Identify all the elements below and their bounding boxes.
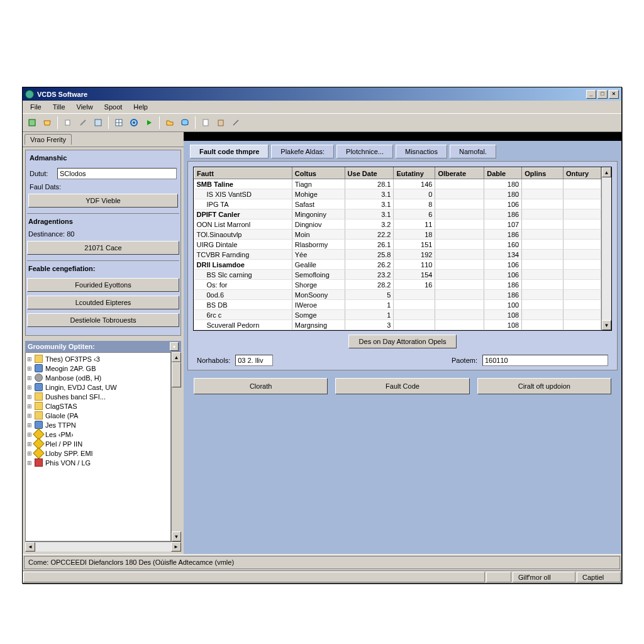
tree-item-icon (35, 355, 43, 363)
main-tab[interactable]: Namofal. (450, 145, 496, 158)
tb-doc-icon[interactable] (199, 116, 213, 130)
table-row[interactable]: SMB TalineTiagn28.1146180 (194, 179, 601, 189)
table-row[interactable]: Os: forShorge28.216186 (194, 280, 601, 290)
scroll-down-icon[interactable]: ▼ (172, 531, 181, 541)
column-header[interactable]: Coltus (292, 168, 345, 179)
tb-new-icon[interactable] (25, 116, 39, 130)
paotem-input[interactable] (482, 355, 608, 366)
column-header[interactable]: Oplins (522, 168, 564, 179)
table-row[interactable]: 0od.6MonSoony5186 (194, 290, 601, 300)
des-attoration-button[interactable]: Des on Day Attoration Opels (348, 335, 457, 348)
minimize-button[interactable]: _ (586, 90, 596, 99)
cace-button[interactable]: 21071 Cace (27, 241, 179, 255)
tree-item-icon (35, 392, 43, 401)
tb-wand-icon[interactable] (76, 116, 90, 130)
table-row[interactable]: IS XIS VantSDMohige3.10180 (194, 189, 601, 199)
table-row[interactable]: BS Slc carningSemofloing23.2154106 (194, 270, 601, 280)
lcoutded-button[interactable]: Lcoutded Eipteres (27, 296, 179, 309)
norhabols-input[interactable] (235, 355, 273, 366)
menu-file[interactable]: File (25, 102, 47, 112)
column-header[interactable]: Use Date (345, 168, 394, 179)
main-tab[interactable]: Plotchnice... (336, 145, 393, 158)
tree-item[interactable]: Plel / PP IIN (27, 439, 169, 448)
destielole-button[interactable]: Destielole Tobrouests (27, 313, 179, 327)
ciralt-button[interactable]: Ciralt oft updoion (477, 378, 611, 394)
scroll-right-icon[interactable]: ► (171, 542, 181, 552)
table-row[interactable]: OON List MarronlDingniov3.211107 (194, 219, 601, 230)
tree-item-label: ClagSTAS (45, 402, 77, 410)
tree-item[interactable]: Les ‹PM› (27, 430, 169, 439)
tree-item-label: Glaole (PA (45, 412, 78, 419)
main-tab[interactable]: Misnactios (396, 145, 447, 158)
column-header[interactable]: Olberate (435, 168, 484, 179)
table-row[interactable]: TOl.SinaoutvlpMoin22.218186 (194, 230, 601, 240)
status-cell-2: Captiel (577, 572, 621, 582)
table-row[interactable]: Scuverall PedornMargnsing3108 (194, 320, 601, 330)
table-row[interactable]: DRll LisamdoeGealile26.2110106 (194, 260, 601, 270)
table-cell (394, 320, 435, 330)
tb-grid-icon[interactable] (112, 116, 126, 130)
table-cell: 106 (484, 199, 522, 209)
table-cell: BS Slc carning (194, 270, 292, 280)
main-tab[interactable]: Plakefe Aldas: (271, 145, 334, 158)
column-header[interactable]: Fautt (194, 168, 292, 179)
tree-item[interactable]: Jes TTPN (27, 420, 169, 430)
tb-db-icon[interactable] (178, 116, 192, 130)
menu-view[interactable]: Vielw (72, 102, 98, 112)
tree-vscroll[interactable]: ▲ ▼ (171, 352, 181, 541)
table-vscroll[interactable]: ▲ ▼ (601, 167, 611, 330)
table-row[interactable]: BS DBIWeroe1100 (194, 300, 601, 310)
table-row[interactable]: IPG TASafast3.18106 (194, 199, 601, 209)
column-header[interactable]: Eutatiny (394, 168, 435, 179)
tree-item[interactable]: Thes) OF3TPS ‹3 (27, 354, 169, 364)
column-header[interactable]: Ontury (564, 168, 601, 179)
fault-code-button[interactable]: Fault Code (335, 378, 469, 394)
table-cell: 0od.6 (194, 290, 292, 300)
table-row[interactable]: DPIFT CanlerMingoniny3.16186 (194, 209, 601, 219)
table-cell: 100 (484, 300, 522, 310)
clorath-button[interactable]: Clorath (194, 378, 328, 394)
scroll-up-icon[interactable]: ▲ (172, 352, 181, 362)
scroll-up-icon[interactable]: ▲ (602, 167, 611, 177)
tree-hscroll[interactable]: ◄ ► (25, 541, 181, 552)
table-cell: 106 (484, 270, 522, 280)
tree-item[interactable]: Dushes bancl SFI... (27, 392, 169, 401)
menu-help[interactable]: Help (128, 102, 153, 112)
menu-title[interactable]: Tille (48, 102, 70, 112)
tb-sheet-icon[interactable] (91, 116, 105, 130)
table-row[interactable]: 6rc cSomge1108 (194, 310, 601, 320)
left-panel: Vrao Frerity Admanshic Dutut: Faul Dats:… (23, 132, 184, 554)
tree-item[interactable]: Lloby SPP. EMI (27, 448, 169, 458)
main-tab[interactable]: Fault code thmpre (190, 145, 269, 158)
tree-dropdown-icon[interactable]: ▼ (170, 342, 179, 351)
tree-item[interactable]: Manbose (odB, H) (27, 373, 169, 382)
tb-target-icon[interactable] (127, 116, 141, 130)
tree-item[interactable]: Lingin, EVDJ Cast, UW (27, 382, 169, 392)
scroll-left-icon[interactable]: ◄ (25, 542, 35, 552)
table-row[interactable]: UIRG DintaleRlasbormy26.1151160 (194, 240, 601, 250)
close-button[interactable]: × (609, 90, 619, 99)
tb-clip-icon[interactable] (214, 116, 228, 130)
tree-item[interactable]: Phis VON / LG (27, 458, 169, 467)
tree-item[interactable]: Glaole (PA (27, 411, 169, 420)
tb-open-icon[interactable] (40, 116, 54, 130)
column-header[interactable]: Dable (484, 168, 522, 179)
tree-item[interactable]: ClagSTAS (27, 401, 169, 411)
tb-folder-icon[interactable] (163, 116, 177, 130)
table-cell (522, 209, 564, 219)
menu-sport[interactable]: Spoot (99, 102, 128, 112)
table-row[interactable]: TCVBR FarndingYée25.8192134 (194, 250, 601, 260)
tb-copy-icon[interactable] (61, 116, 75, 130)
tree-item[interactable]: Meogin 2AP. GB (27, 364, 169, 373)
dutut-input[interactable] (57, 168, 177, 179)
bottom-button-row: Clorath Fault Code Ciralt oft updoion (187, 370, 618, 402)
left-tab[interactable]: Vrao Frerity (25, 134, 72, 145)
tb-pencil-icon[interactable] (229, 116, 243, 130)
maximize-button[interactable]: □ (597, 90, 608, 99)
tb-play-icon[interactable] (142, 116, 156, 130)
scroll-thumb[interactable] (172, 362, 181, 387)
ydf-vieble-button[interactable]: YDF Vieble (28, 194, 178, 208)
scroll-down-icon[interactable]: ▼ (602, 320, 611, 330)
titlebar[interactable]: VCDS Software _ □ × (23, 87, 621, 101)
fourided-button[interactable]: Fourided Eyottons (27, 278, 179, 292)
